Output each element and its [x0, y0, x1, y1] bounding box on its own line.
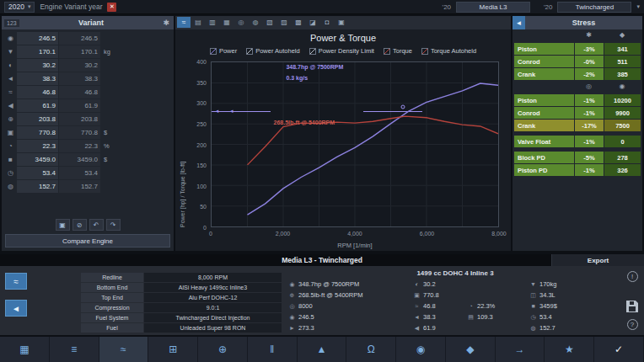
spec-value: Unleaded Super 98 RON	[144, 323, 282, 333]
stat-loudness: ◀61.9	[413, 322, 467, 333]
graphs-button[interactable]: ≈	[5, 273, 27, 290]
export-button[interactable]: Export	[551, 254, 644, 266]
hammer-icon: ◆	[604, 31, 641, 42]
production-units-icon: ◍	[529, 325, 537, 332]
aspiration-tab[interactable]: ◉	[396, 337, 446, 362]
balance-view-icon[interactable]: ◘	[320, 17, 334, 28]
legend-checkbox[interactable]	[309, 48, 316, 55]
variant-tab-media-l3[interactable]: Media L3	[456, 2, 530, 13]
stress-percent: -1%	[575, 107, 604, 119]
legend-item-power-autoheld[interactable]: Power Autoheld	[246, 47, 300, 55]
stress-row: Piston-3%341	[514, 43, 641, 55]
stat-value: 8000	[298, 302, 313, 310]
stress-value: 7500	[604, 120, 641, 131]
wrench-icon: ✱	[574, 31, 604, 42]
graph-settings-view-icon[interactable]: ▣	[335, 17, 348, 28]
legend-item-power[interactable]: Power	[210, 47, 237, 55]
info-icon[interactable]: !	[627, 271, 638, 282]
variant-unit: $	[100, 153, 122, 166]
stress-label: Crank	[514, 120, 574, 131]
stress-row: Conrod-0%511	[514, 56, 641, 67]
variant-row: ◐30.230.2	[4, 59, 171, 72]
year-dropdown[interactable]: 2020 ▾	[4, 2, 35, 13]
variant-row: ■3459.03459.0$	[4, 153, 171, 166]
exhaust-tab[interactable]: →	[496, 337, 545, 362]
economy-icon: ◐	[413, 281, 421, 287]
head-tab[interactable]: ▲	[298, 337, 347, 362]
variant-panel-header: 123 Variant ✱	[2, 16, 174, 29]
variant-dyno-tab[interactable]: ≈	[99, 337, 149, 362]
testing-tab[interactable]: ★	[545, 337, 594, 362]
stat-value: 348.7hp @ 7500RPM	[298, 280, 359, 288]
x-tick-label: 2,000	[276, 231, 291, 237]
pistons-tab[interactable]: ‖	[248, 337, 298, 362]
dyno-curves-svg	[212, 62, 498, 226]
compare-engine-button[interactable]: Compare Engine	[5, 234, 170, 248]
fuel-map-view-icon[interactable]: ▧	[263, 17, 276, 28]
variant-value-compare: 246.5	[59, 32, 100, 45]
help-icon[interactable]: ?	[627, 319, 638, 330]
variant-value-compare: 53.4	[59, 167, 100, 179]
legend-checkbox[interactable]	[246, 48, 253, 55]
stress-row: Conrod-1%9900	[514, 107, 641, 119]
year-warning-icon[interactable]: ✕	[107, 3, 116, 12]
spec-value: Twincharged Direct Injection	[144, 313, 282, 322]
paste-values-button[interactable]: ↷	[106, 219, 121, 231]
airflow-view-icon[interactable]: ◍	[249, 17, 262, 28]
crankshaft-tab[interactable]: ⊕	[198, 337, 248, 362]
variant-row: ◄38.338.3	[4, 72, 171, 85]
smoothness-icon: ≈	[413, 303, 421, 309]
confirm-button[interactable]: ✓	[594, 337, 644, 362]
family-tab[interactable]: ≡	[50, 337, 99, 362]
undo-button[interactable]: ↶	[89, 219, 104, 231]
temperature-view-icon[interactable]: ▨	[277, 17, 291, 28]
save-icon[interactable]	[626, 301, 638, 312]
efficiency-map-view-icon[interactable]: ▦	[220, 17, 233, 28]
tab-year-label: '20	[544, 3, 552, 11]
legend-label: Power	[219, 47, 237, 55]
back-button[interactable]: ◄	[5, 300, 27, 317]
legend-item-torque[interactable]: Torque	[384, 47, 412, 55]
tooling-cost-icon: ■	[4, 153, 17, 166]
legend-item-torque-autoheld[interactable]: Torque Autoheld	[421, 47, 476, 55]
legend-checkbox[interactable]	[384, 48, 390, 55]
stat-rpm-limit: ◎8000	[288, 301, 413, 311]
torque-table-view-icon[interactable]: ▥	[206, 17, 219, 28]
spec-row: FuelUnleaded Super 98 RON	[81, 323, 282, 333]
tabs-chevron-down-icon[interactable]: ▾	[636, 3, 640, 10]
power-table-view-icon[interactable]: ▤	[191, 17, 205, 28]
bottom-end-tab[interactable]: ⊞	[148, 337, 198, 362]
collapse-stress-button[interactable]: ◄	[513, 16, 525, 29]
tooling-cost-icon: ■	[529, 303, 537, 309]
y-axis-ticks: 050100150200250300350400	[189, 61, 209, 227]
stress-header-spacer	[514, 83, 574, 93]
variant-unit: $	[100, 126, 122, 139]
dyno-curves-view-icon[interactable]: ≈	[177, 17, 191, 28]
reliability-icon: ⊕	[4, 113, 17, 125]
numeric-display-toggle[interactable]: 123	[4, 19, 19, 27]
gear-icon[interactable]: ✱	[163, 19, 169, 27]
plot-area[interactable]: 348.7hp @ 7500RPM0.3 kg/s268.5lb-ft @ 54…	[211, 61, 499, 227]
variant-value-current: 53.4	[17, 167, 58, 179]
clear-values-button[interactable]: ⊘	[72, 219, 87, 231]
knock-view-icon[interactable]: ▩	[292, 17, 305, 28]
stat-value: 770.8	[423, 291, 439, 299]
fuel-system-tab[interactable]: ◆	[446, 337, 496, 362]
engine-tab[interactable]: ▦	[0, 337, 50, 362]
variant-tab-twincharged[interactable]: Twincharged	[557, 2, 631, 13]
copy-values-button[interactable]: ▣	[56, 219, 70, 231]
variant-unit	[100, 99, 122, 112]
summary-side-buttons: ≈ ◄	[5, 269, 34, 333]
year-label: Engine Variant year	[40, 3, 102, 11]
y-tick-label: 400	[196, 59, 207, 65]
legend-checkbox[interactable]	[421, 48, 428, 55]
gauge-view-icon[interactable]: ◎	[234, 17, 248, 28]
legend-item-power-density-limit[interactable]: Power Density Limit	[309, 47, 374, 55]
valvetrain-tab[interactable]: Ω	[346, 337, 396, 362]
legend-label: Power Autoheld	[255, 47, 300, 55]
loudness-icon: ◀	[413, 325, 421, 332]
friction-view-icon[interactable]: ◪	[306, 17, 319, 28]
plot-wrap: Power [hp] / Torque [lb-ft] 050100150200…	[180, 58, 502, 249]
spec-row: Top EndAlu Perf DOHC-12	[81, 293, 282, 302]
legend-checkbox[interactable]	[210, 48, 217, 55]
